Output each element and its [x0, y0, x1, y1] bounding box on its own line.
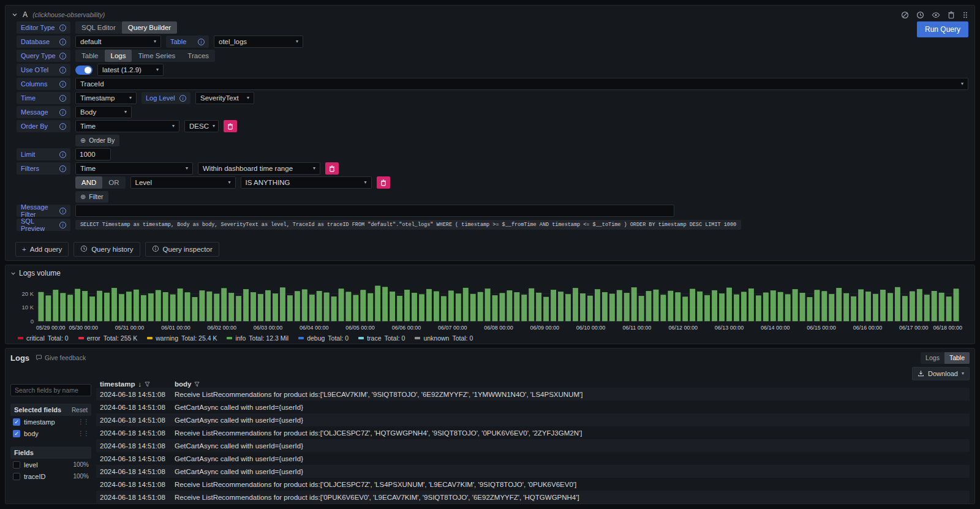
log-row[interactable]: 2024-06-18 14:51:08GetCartAsync called w… [96, 413, 970, 426]
option-query-builder[interactable]: Query Builder [122, 21, 177, 34]
log-row[interactable]: 2024-06-18 14:51:08GetCartAsync called w… [96, 439, 970, 452]
option-logs[interactable]: Logs [105, 50, 132, 62]
body-column-header[interactable]: body [175, 380, 191, 388]
order-by-direction-select[interactable]: DESC▾ [184, 120, 219, 132]
drag-handle-icon[interactable]: ⋮⋮ [78, 418, 89, 425]
legend-item[interactable]: traceTotal: 0 [358, 334, 405, 342]
svg-text:05/30 00:00: 05/30 00:00 [69, 325, 99, 331]
logs-volume-header[interactable]: Logs volume [10, 267, 970, 279]
logs-volume-chart[interactable]: 010 K20 K05/29 00:0005/30 00:0005/31 00:… [10, 279, 970, 337]
add-query-button[interactable]: + Add query [15, 242, 69, 257]
info-icon[interactable]: i [59, 222, 66, 228]
filter-funnel-icon[interactable] [145, 382, 150, 387]
info-icon[interactable]: i [59, 53, 66, 59]
use-otel-toggle[interactable] [75, 66, 92, 75]
message-filter-input[interactable] [75, 205, 674, 217]
info-icon[interactable]: i [59, 109, 66, 116]
disable-query-icon[interactable] [901, 11, 909, 19]
database-select[interactable]: default▾ [75, 36, 161, 48]
timestamp-column-header[interactable]: timestamp [100, 380, 135, 388]
legend-color-swatch [18, 337, 23, 339]
trash-icon[interactable] [948, 11, 955, 19]
give-feedback-link[interactable]: Give feedback [36, 354, 86, 362]
field-percentage: 100% [73, 473, 89, 480]
info-icon[interactable]: i [198, 39, 205, 45]
sort-desc-icon[interactable]: ↓ [138, 380, 142, 388]
add-filter-button[interactable]: ⊕ Filter [75, 191, 108, 203]
legend-color-swatch [78, 337, 84, 339]
log-row[interactable]: 2024-06-18 14:51:08GetCartAsync called w… [96, 465, 970, 478]
view-option-table[interactable]: Table [944, 352, 970, 364]
reset-button[interactable]: Reset [72, 407, 88, 413]
columns-multiselect[interactable]: TraceId▾ [75, 78, 968, 90]
info-icon[interactable]: i [59, 95, 66, 102]
info-icon[interactable]: i [59, 25, 66, 31]
log-row[interactable]: 2024-06-18 14:51:08GetCartAsync called w… [96, 452, 970, 465]
field-checkbox[interactable]: ✓ [13, 418, 20, 426]
info-icon[interactable]: i [59, 123, 66, 130]
limit-input[interactable] [75, 148, 111, 160]
add-order-by-button[interactable]: ⊕ Order By [75, 135, 119, 146]
option-table[interactable]: Table [75, 50, 105, 62]
download-button[interactable]: Download ▾ [912, 367, 970, 380]
field-checkbox[interactable] [13, 473, 20, 480]
eye-icon[interactable] [932, 11, 940, 19]
option-time-series[interactable]: Time Series [132, 50, 181, 62]
view-option-logs[interactable]: Logs [921, 352, 944, 364]
legend-item[interactable]: warningTotal: 25.4 K [147, 334, 217, 342]
time-label: Timei [17, 92, 70, 104]
legend-item[interactable]: errorTotal: 255 K [78, 334, 138, 342]
message-filter-label: Message Filteri [17, 205, 70, 217]
option-or[interactable]: OR [102, 176, 125, 189]
message-column-select[interactable]: Body▾ [75, 106, 132, 118]
log-row[interactable]: 2024-06-18 14:51:08GetCartAsync called w… [96, 401, 970, 413]
info-icon[interactable]: i [59, 165, 66, 172]
legend-item[interactable]: criticalTotal: 0 [18, 334, 69, 342]
legend-item[interactable]: debugTotal: 0 [298, 334, 349, 342]
log-body: GetCartAsync called with userId={userId} [175, 455, 303, 462]
info-icon[interactable]: i [59, 208, 66, 214]
info-icon[interactable]: i [59, 81, 66, 88]
info-icon[interactable]: i [59, 151, 66, 158]
info-icon[interactable]: i [59, 67, 66, 74]
log-row[interactable]: 2024-06-18 14:51:08Receive ListRecommend… [96, 478, 970, 491]
filter-level-select[interactable]: Level▾ [130, 176, 236, 189]
field-name: timestamp [24, 418, 55, 426]
logs-volume-title: Logs volume [19, 269, 61, 277]
legend-item[interactable]: infoTotal: 12.3 Mil [227, 334, 288, 342]
legend-item[interactable]: unknownTotal: 0 [415, 334, 473, 342]
log-row[interactable]: 2024-06-18 14:51:08Receive ListRecommend… [96, 388, 970, 401]
option-sql-editor[interactable]: SQL Editor [75, 21, 122, 34]
log-row[interactable]: 2024-06-18 14:51:08Receive ListRecommend… [96, 426, 970, 439]
query-history-button[interactable]: Query history [74, 242, 140, 257]
field-checkbox[interactable] [13, 461, 20, 469]
drag-handle-icon[interactable] [962, 11, 968, 19]
log-level-select[interactable]: SeverityText▾ [195, 92, 254, 104]
time-column-select[interactable]: Timestamp▾ [75, 92, 137, 104]
otel-version-select[interactable]: latest (1.2.9)▾ [97, 64, 164, 76]
info-icon[interactable]: i [59, 39, 66, 45]
database-label: Databasei [17, 36, 70, 48]
chevron-down-icon[interactable] [12, 12, 18, 18]
option-and[interactable]: AND [75, 176, 102, 189]
legend-color-swatch [298, 337, 304, 339]
filter-condition-select[interactable]: IS ANYTHING▾ [241, 176, 372, 189]
drag-handle-icon[interactable]: ⋮⋮ [78, 430, 89, 437]
remove-filter-button[interactable] [325, 162, 339, 175]
order-by-field-select[interactable]: Time▾ [75, 120, 179, 132]
log-row[interactable]: 2024-06-18 14:51:08Receive ListRecommend… [96, 491, 970, 503]
filter-field-select[interactable]: Time▾ [75, 162, 193, 175]
remove-condition-button[interactable] [377, 176, 390, 189]
run-query-button[interactable]: Run Query [917, 21, 968, 37]
filter-funnel-icon[interactable] [194, 382, 200, 387]
query-inspector-button[interactable]: Query inspector [145, 242, 219, 257]
field-checkbox[interactable]: ✓ [13, 430, 20, 437]
table-select[interactable]: otel_logs▾ [214, 36, 303, 48]
filter-operator-select[interactable]: Within dashboard time range▾ [198, 162, 320, 175]
info-icon[interactable]: i [179, 95, 186, 102]
remove-order-by-button[interactable] [224, 120, 237, 132]
option-traces[interactable]: Traces [181, 50, 215, 62]
query-history-icon[interactable] [916, 11, 924, 19]
search-fields-input[interactable] [10, 384, 91, 396]
limit-row: Limiti [17, 148, 968, 160]
